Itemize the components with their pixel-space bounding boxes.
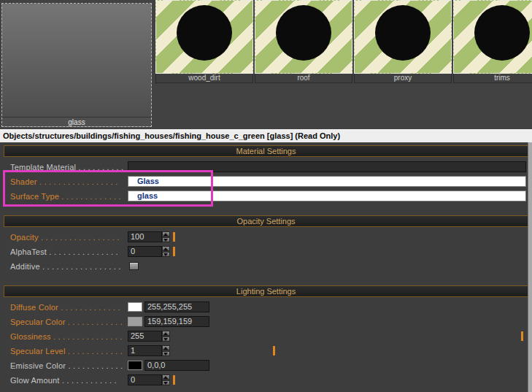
shader-label: Shader . . . . . . . . . . . . . . . . .	[10, 177, 117, 186]
submaterial-thumb-wood-dirt[interactable]: wood_dirt	[155, 0, 253, 88]
material-settings-section: Material Settings Template Material . . …	[0, 145, 532, 204]
opacity-settings-section: Opacity Settings Opacity . . . . . . . .…	[0, 215, 532, 274]
glossiness-slider-thumb[interactable]	[521, 331, 523, 341]
opacity-field[interactable]: 100	[128, 231, 162, 242]
surface-type-row: Surface Type . . . . . . . . . . . . . g…	[0, 189, 532, 204]
alphatest-field[interactable]: 0	[128, 246, 162, 257]
texture-preview	[255, 0, 352, 74]
glow-amount-field[interactable]: 0	[128, 374, 162, 385]
submaterial-preview-area: glass wood_dirt roof proxy trims	[0, 0, 532, 129]
submaterial-thumb-proxy[interactable]: proxy	[354, 0, 452, 88]
material-path-title: Objects/structures/buildings/fishing_hou…	[0, 129, 532, 142]
glow-amount-spinner[interactable]	[162, 374, 170, 385]
spinner-up-icon[interactable]	[162, 331, 170, 336]
shader-row: Shader . . . . . . . . . . . . . . . . .…	[0, 174, 532, 189]
glow-amount-slider-thumb[interactable]	[173, 375, 175, 385]
specular-color-swatch[interactable]	[128, 317, 142, 326]
alphatest-slider-thumb[interactable]	[173, 247, 175, 256]
spinner-down-icon[interactable]	[162, 351, 170, 356]
preview-sphere	[375, 5, 431, 61]
spinner-down-icon[interactable]	[162, 380, 170, 385]
properties-panel: Material Settings Template Material . . …	[0, 142, 532, 392]
specular-color-field[interactable]: 159,159,159	[144, 316, 209, 327]
diffuse-color-row: Diffuse Color . . . . . . . . . . . . . …	[0, 300, 532, 315]
submaterial-thumb-label: trims	[453, 74, 532, 83]
alphatest-row: AlphaTest . . . . . . . . . . . . . . . …	[0, 245, 532, 259]
section-header-material-settings: Material Settings	[4, 145, 528, 157]
opacity-label: Opacity . . . . . . . . . . . . . . . . …	[10, 233, 119, 242]
submaterial-thumb-trims[interactable]: trims	[453, 0, 532, 88]
selected-material-name: glass	[2, 117, 151, 126]
texture-preview	[155, 0, 253, 74]
spinner-down-icon[interactable]	[162, 337, 170, 342]
opacity-row: Opacity . . . . . . . . . . . . . . . . …	[0, 230, 532, 245]
submaterial-thumb-label: proxy	[354, 74, 452, 83]
alphatest-spinner[interactable]	[162, 246, 170, 257]
submaterial-thumb-roof[interactable]: roof	[255, 0, 352, 88]
lighting-settings-section: Lighting Settings Diffuse Color . . . . …	[0, 285, 532, 388]
specular-level-label: Specular Level . . . . . . . . . . . .	[10, 347, 123, 356]
specular-color-row: Specular Color . . . . . . . . . . . . 1…	[0, 315, 532, 329]
spinner-down-icon[interactable]	[162, 252, 170, 257]
specular-level-field[interactable]: 1	[128, 345, 162, 356]
submaterial-thumb-label: wood_dirt	[155, 74, 253, 83]
submaterial-thumbnails: wood_dirt roof proxy trims	[155, 0, 532, 88]
additive-label: Additive . . . . . . . . . . . . . . . .…	[10, 262, 120, 271]
additive-checkbox[interactable]	[129, 262, 139, 270]
surface-type-label: Surface Type . . . . . . . . . . . . .	[10, 192, 121, 201]
submaterial-thumb-label: roof	[255, 74, 352, 83]
specular-level-spinner[interactable]	[162, 345, 170, 356]
additive-row: Additive . . . . . . . . . . . . . . . .…	[0, 259, 532, 274]
diffuse-color-field[interactable]: 255,255,255	[144, 301, 209, 312]
opacity-slider-thumb[interactable]	[173, 232, 175, 242]
glow-amount-row: Glow Amount . . . . . . . . . . . . 0	[0, 373, 532, 388]
section-header-opacity-settings: Opacity Settings	[4, 215, 528, 227]
surface-type-field[interactable]: glass	[128, 191, 526, 201]
template-material-label: Template Material . . . . . . . . . .	[10, 163, 123, 172]
material-editor: glass wood_dirt roof proxy trims Objects…	[0, 0, 532, 392]
glossiness-row: Glossiness . . . . . . . . . . . . . . .…	[0, 329, 532, 344]
specular-level-slider-thumb[interactable]	[273, 346, 275, 356]
spinner-up-icon[interactable]	[162, 231, 170, 237]
glossiness-label: Glossiness . . . . . . . . . . . . . . .	[10, 332, 122, 341]
spinner-up-icon[interactable]	[162, 246, 170, 251]
emissive-color-label: Emissive Color . . . . . . . . . . . .	[10, 361, 123, 370]
vertical-scrollbar[interactable]	[528, 142, 532, 392]
preview-sphere	[177, 5, 232, 61]
texture-preview	[453, 0, 532, 74]
selected-material-preview[interactable]: glass	[1, 3, 152, 127]
opacity-spinner[interactable]	[162, 231, 170, 242]
texture-preview	[354, 0, 452, 74]
emissive-color-field[interactable]: 0,0,0	[144, 360, 209, 371]
alphatest-label: AlphaTest . . . . . . . . . . . . . . .	[10, 247, 118, 256]
shader-field[interactable]: Glass	[128, 176, 526, 187]
glow-amount-label: Glow Amount . . . . . . . . . . . .	[10, 376, 117, 385]
specular-color-label: Specular Color . . . . . . . . . . . .	[10, 318, 123, 326]
emissive-color-swatch[interactable]	[128, 361, 142, 370]
preview-sphere	[474, 5, 530, 61]
template-material-field[interactable]	[128, 161, 526, 172]
spinner-up-icon[interactable]	[162, 345, 170, 350]
template-material-row: Template Material . . . . . . . . . .	[0, 160, 532, 174]
diffuse-color-swatch[interactable]	[128, 302, 142, 312]
glossiness-field[interactable]: 255	[128, 331, 162, 342]
spinner-down-icon[interactable]	[162, 237, 170, 242]
diffuse-color-label: Diffuse Color . . . . . . . . . . . . .	[10, 303, 120, 312]
spinner-up-icon[interactable]	[162, 374, 170, 380]
emissive-color-row: Emissive Color . . . . . . . . . . . . 0…	[0, 358, 532, 373]
glossiness-spinner[interactable]	[162, 331, 170, 342]
section-header-lighting-settings: Lighting Settings	[4, 285, 528, 297]
specular-level-row: Specular Level . . . . . . . . . . . . 1	[0, 344, 532, 358]
preview-sphere	[276, 5, 331, 61]
